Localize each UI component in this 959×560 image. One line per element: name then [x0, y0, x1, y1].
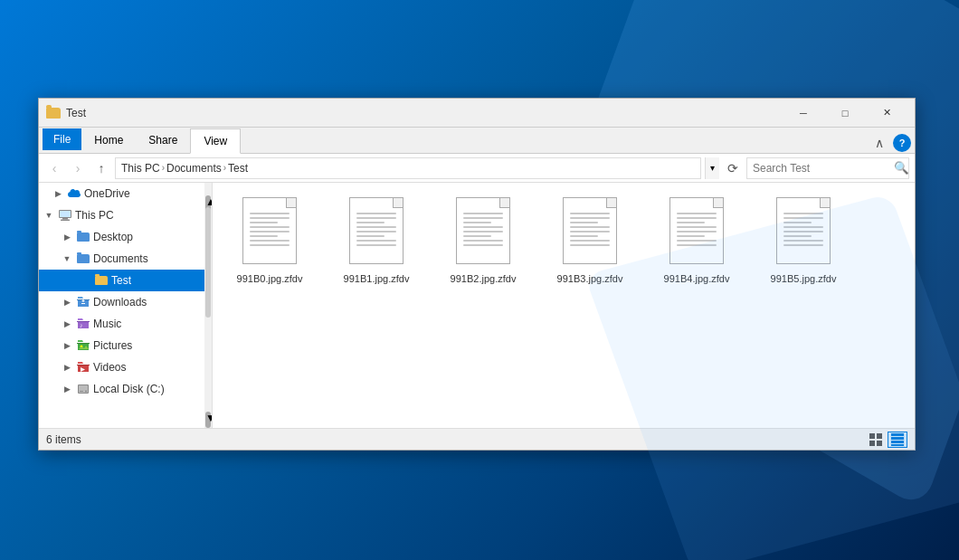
sidebar-item-documents[interactable]: ▼ Documents: [39, 248, 212, 270]
ribbon-expand-button[interactable]: ∧: [869, 133, 889, 153]
sidebar-item-pictures[interactable]: ▶ Pictures: [39, 335, 212, 356]
grid-view-button[interactable]: [866, 432, 886, 448]
breadcrumb-test[interactable]: Test: [228, 162, 248, 175]
svg-rect-9: [85, 391, 87, 393]
file-name: 991B1.jpg.zfdv: [344, 273, 410, 285]
doc-icon: [242, 197, 297, 264]
sidebar: ▶ OneDrive ▼: [39, 183, 213, 428]
file-item-file6[interactable]: 991B5.jpg.zfdv: [754, 190, 853, 289]
tab-share[interactable]: Share: [136, 128, 190, 153]
svg-rect-17: [891, 444, 904, 446]
breadcrumb-arrow-2: ›: [223, 163, 226, 173]
test-label: Test: [111, 274, 208, 287]
status-bar: 6 items: [39, 428, 915, 450]
desktop-folder-icon: [76, 231, 90, 243]
file-item-file4[interactable]: 991B3.jpg.zfdv: [540, 190, 640, 289]
list-view-button[interactable]: [888, 432, 907, 448]
svg-rect-8: [80, 391, 83, 392]
help-button[interactable]: ?: [893, 134, 911, 152]
tab-file[interactable]: File: [43, 128, 81, 150]
this-pc-label: This PC: [75, 209, 208, 222]
sidebar-item-this-pc[interactable]: ▼ This PC: [39, 204, 212, 226]
svg-rect-11: [877, 433, 882, 439]
arrow-music: ▶: [61, 318, 73, 330]
file-name: 991B2.jpg.zfdv: [451, 273, 517, 285]
disk-icon: [76, 383, 90, 395]
file-area: 991B0.jpg.zfdv991B1.jpg.zfdv991B2.jpg.zf…: [213, 183, 915, 428]
breadcrumb-arrow-1: ›: [162, 163, 165, 173]
sidebar-item-videos[interactable]: ▶ Videos: [39, 356, 212, 378]
arrow-test: [79, 274, 91, 287]
search-button[interactable]: 🔍: [894, 157, 909, 179]
maximize-button[interactable]: □: [824, 99, 866, 128]
doc-icon: [669, 197, 724, 264]
pictures-folder-icon: [76, 339, 90, 352]
refresh-button[interactable]: ⟳: [723, 158, 743, 178]
doc-icon: [456, 197, 510, 264]
file-item-file1[interactable]: 991B0.jpg.zfdv: [220, 190, 319, 289]
up-button[interactable]: ↑: [91, 158, 111, 178]
main-content: ▶ OneDrive ▼: [39, 183, 915, 428]
breadcrumb-this-pc[interactable]: This PC: [121, 162, 160, 175]
doc-icon: [349, 197, 404, 264]
desktop-label: Desktop: [93, 231, 208, 243]
scrollbar-thumb[interactable]: [205, 207, 211, 318]
svg-rect-12: [869, 441, 875, 446]
svg-rect-10: [869, 433, 875, 439]
file-name: 991B0.jpg.zfdv: [237, 273, 303, 285]
local-disk-label: Local Disk (C:): [93, 383, 208, 395]
folder-icon: [46, 108, 61, 119]
svg-rect-16: [891, 441, 904, 443]
videos-folder-icon: [76, 361, 90, 374]
arrow-desktop: ▶: [61, 231, 73, 243]
minimize-button[interactable]: ─: [783, 99, 824, 128]
sidebar-item-downloads[interactable]: ▶ Downloads: [39, 291, 212, 313]
documents-folder-icon: [76, 252, 90, 265]
sidebar-item-music[interactable]: ▶ ♪ Music: [39, 313, 212, 335]
address-bar: ‹ › ↑ This PC › Documents › Test ▾ ⟳ 🔍: [39, 154, 915, 183]
breadcrumb-documents[interactable]: Documents: [166, 162, 222, 175]
search-box: 🔍: [746, 157, 909, 179]
ribbon-tabs: File Home Share View ∧ ?: [39, 128, 915, 153]
breadcrumb-test-label: Test: [228, 162, 248, 175]
close-button[interactable]: ✕: [866, 99, 907, 128]
onedrive-label: OneDrive: [84, 187, 208, 200]
tab-home[interactable]: Home: [81, 128, 136, 153]
svg-rect-3: [61, 220, 70, 222]
sidebar-item-desktop[interactable]: ▶ Desktop: [39, 226, 212, 248]
sidebar-scrollbar[interactable]: ▲ ▼: [204, 183, 212, 428]
pictures-label: Pictures: [93, 339, 208, 352]
address-path[interactable]: This PC › Documents › Test: [115, 157, 701, 179]
back-button[interactable]: ‹: [44, 158, 64, 178]
svg-text:♪: ♪: [80, 322, 83, 328]
item-count: 6 items: [46, 433, 866, 446]
file-name: 991B3.jpg.zfdv: [557, 273, 623, 285]
file-item-file3[interactable]: 991B2.jpg.zfdv: [433, 190, 533, 289]
doc-icon: [563, 197, 617, 264]
file-item-file5[interactable]: 991B4.jpg.zfdv: [647, 190, 746, 289]
sidebar-item-test[interactable]: Test: [39, 270, 212, 291]
forward-button[interactable]: ›: [68, 158, 88, 178]
downloads-folder-icon: [76, 296, 90, 308]
arrow-documents: ▼: [61, 252, 73, 265]
breadcrumb-docs-label: Documents: [166, 162, 222, 175]
arrow-local-disk: ▶: [61, 383, 73, 395]
sidebar-item-onedrive[interactable]: ▶ OneDrive: [39, 183, 212, 204]
search-input[interactable]: [747, 158, 894, 178]
file-name: 991B5.jpg.zfdv: [771, 273, 837, 285]
breadcrumb-pc-label: This PC: [121, 162, 160, 175]
doc-icon: [776, 197, 831, 264]
downloads-label: Downloads: [93, 296, 208, 308]
arrow-pictures: ▶: [61, 339, 73, 352]
address-dropdown-button[interactable]: ▾: [705, 157, 719, 179]
svg-rect-15: [891, 437, 904, 440]
scroll-down-arrow[interactable]: ▼: [205, 412, 211, 428]
tab-view[interactable]: View: [190, 128, 241, 154]
svg-rect-2: [62, 218, 68, 220]
sidebar-item-local-disk[interactable]: ▶ Local Disk (C:): [39, 378, 212, 400]
file-name: 991B4.jpg.zfdv: [664, 273, 730, 285]
file-item-file2[interactable]: 991B1.jpg.zfdv: [327, 190, 426, 289]
window-controls: ─ □ ✕: [783, 99, 907, 128]
window-title: Test: [66, 107, 783, 119]
test-folder-icon: [94, 274, 109, 287]
